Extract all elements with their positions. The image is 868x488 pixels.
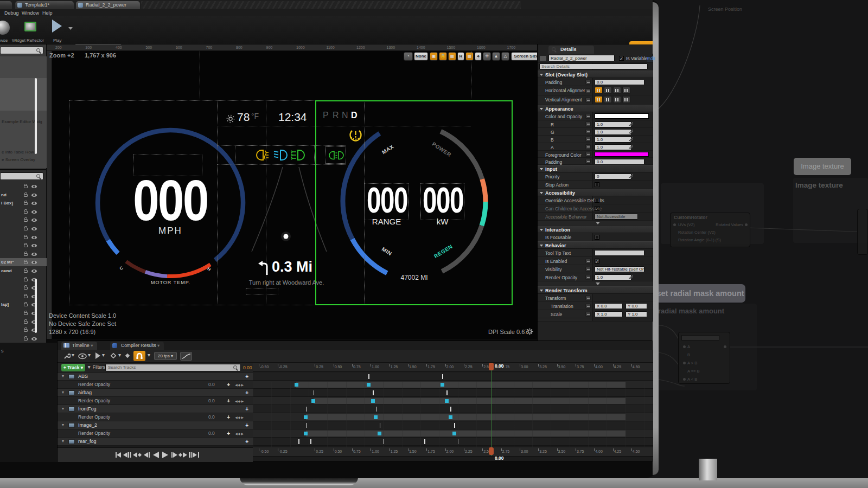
bind-icon[interactable] [585,88,591,93]
hierarchy-row[interactable] [0,335,47,343]
play-options-caret[interactable] [68,27,73,30]
track-property-row[interactable]: Render Opacity0.0+◀◆▶ [58,381,253,389]
hierarchy-row[interactable] [0,208,47,216]
autokey-caret[interactable]: ▾ [88,352,91,358]
h-align-fill[interactable] [622,87,630,94]
widget-name-field[interactable]: Radial_2_2_power [548,55,615,62]
browse-icon[interactable] [0,21,10,35]
lock-icon[interactable] [24,202,28,205]
palette-item[interactable]: e Screen Overlay [2,157,35,162]
padding2-value[interactable]: 0.0 [595,159,644,165]
group-key-tick[interactable] [442,374,443,379]
hierarchy-row[interactable] [0,275,47,284]
key-nav-arrows[interactable]: ◀◆▶ [235,415,244,419]
lock-icon[interactable] [24,253,28,256]
lock-icon[interactable] [24,304,28,306]
spinner-icon[interactable] [629,137,633,142]
track-group-row[interactable]: ▾rear_fog+ [58,438,253,446]
v-align-top[interactable] [595,96,603,103]
tab-timeline[interactable]: Timeline ▾ [61,342,97,350]
lock-icon[interactable] [24,321,28,324]
add-key-button[interactable]: + [227,414,230,420]
tab-compiler-results[interactable]: Compiler Results ▾ [110,342,164,350]
add-key-button[interactable]: + [227,382,230,388]
play-icon[interactable] [52,20,62,33]
a-value[interactable]: 1.0 [595,144,631,150]
lock-icon[interactable] [24,338,28,341]
r-value[interactable]: 1.0 [595,121,631,127]
eye-icon[interactable] [31,244,37,247]
eye-icon[interactable] [31,253,37,256]
translation-x[interactable]: X 0.0 [595,303,623,309]
can-children-checkbox[interactable]: ✓ [595,206,599,211]
expander-chevron[interactable] [538,221,653,226]
details-search-input[interactable]: Search Details [539,63,648,69]
playhead-marker-bottom[interactable] [489,447,494,455]
track-group-row[interactable]: ▾airbag+ [58,389,253,397]
lock-icon[interactable] [24,211,28,214]
focusable-checkbox[interactable] [595,235,599,240]
widget-reflector-icon[interactable] [24,22,36,31]
snap-caret[interactable]: ▾ [148,352,150,358]
lock-icon[interactable] [24,312,28,315]
h-align-center[interactable] [604,87,612,94]
key-nav-arrows[interactable]: ◀◆▶ [235,383,244,387]
menu-debug[interactable]: Debug [4,10,19,16]
add-key-button[interactable]: + [245,422,248,428]
add-key-button[interactable]: + [245,406,248,412]
bind-icon[interactable] [585,137,591,142]
bind-icon[interactable] [585,129,591,134]
section-slot[interactable]: Slot (Overlay Slot) [538,70,653,78]
hierarchy-row[interactable] [0,309,47,317]
bind-icon[interactable] [585,144,591,149]
section-behavior[interactable]: Behavior [538,241,653,249]
spinner-icon[interactable] [629,122,633,126]
lock-icon[interactable] [24,261,28,264]
playhead-line[interactable] [491,363,492,456]
eye-icon[interactable] [31,219,37,222]
key-nav-arrows[interactable]: ◀◆▶ [235,399,244,403]
designer-canvas[interactable]: 2003004005006007008009001000110012001300… [47,44,537,339]
add-key-button[interactable]: + [227,398,230,404]
keyframe-caret[interactable]: ▾ [118,352,121,358]
palette-scrollbar[interactable] [35,78,37,154]
eye-icon[interactable] [31,261,37,264]
is-variable-checkbox[interactable]: ✓ [619,56,624,61]
lock-icon[interactable] [24,185,28,188]
spinner-icon[interactable] [629,275,633,279]
hierarchy-row[interactable] [0,292,47,300]
group-key-tick[interactable] [368,374,369,379]
scale-y[interactable]: Y 1.0 [626,311,647,317]
eye-icon[interactable] [31,236,37,239]
lock-icon[interactable] [24,287,28,290]
lock-icon[interactable] [24,219,28,222]
g-value[interactable]: 1.0 [595,129,631,135]
lock-icon[interactable] [24,245,28,247]
tab-radial-power[interactable]: Radial_2_2_power [76,1,140,9]
h-align-left[interactable] [595,87,603,94]
eye-icon[interactable] [31,202,37,205]
bind-icon[interactable] [585,296,591,300]
eye-icon[interactable] [31,269,37,273]
details-tab[interactable]: Details [548,46,594,54]
hierarchy-scrollbar[interactable] [35,279,37,333]
bind-icon[interactable] [585,267,591,272]
palette-search-input[interactable] [0,47,43,54]
bind-icon[interactable] [585,259,591,264]
keyframe-diamond-icon[interactable] [110,352,117,359]
hierarchy-row[interactable] [0,284,47,292]
render-opacity-value[interactable]: 1.0 [595,274,631,280]
scale-x[interactable]: X 1.0 [595,311,623,317]
menu-window[interactable]: Window [22,10,39,16]
add-key-button[interactable]: + [245,390,248,396]
palette-item[interactable]: e Info Table Row [2,150,34,155]
section-interaction[interactable]: Interaction [538,226,653,233]
override-checkbox[interactable] [595,198,599,203]
wrench-icon[interactable] [63,352,71,360]
playback-caret[interactable]: ▾ [102,352,105,358]
lock-icon[interactable] [24,236,28,239]
v-align-bottom[interactable] [613,96,621,103]
timeline-ruler-top[interactable]: -0.50-0.250.250.500.751.001.251.501.752.… [253,363,653,372]
curve-diamond-icon[interactable] [124,352,131,359]
eye-icon[interactable] [31,337,37,341]
